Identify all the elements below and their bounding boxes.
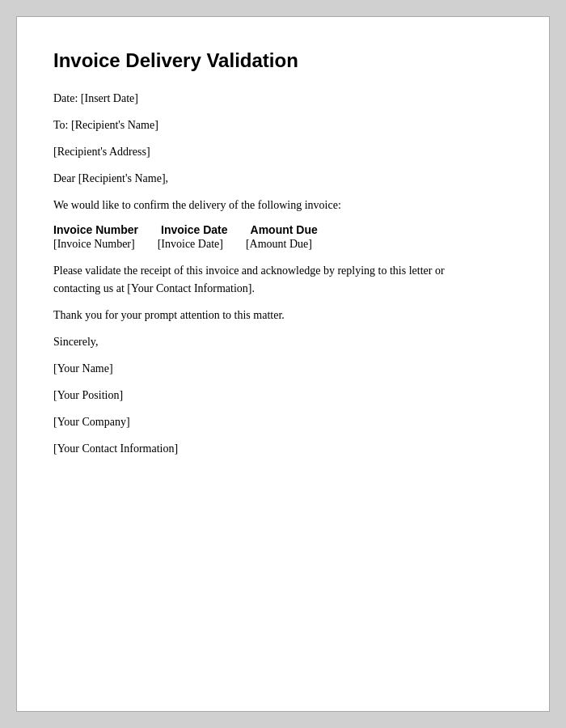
document-title: Invoice Delivery Validation (53, 49, 513, 72)
cell-amount-due: [Amount Due] (246, 238, 335, 251)
table-header-row: Invoice Number Invoice Date Amount Due (53, 223, 513, 236)
table-data-row: [Invoice Number] [Invoice Date] [Amount … (53, 238, 513, 251)
col-header-amount-due: Amount Due (251, 223, 340, 236)
address-line: [Recipient's Address] (53, 143, 513, 160)
your-contact-line: [Your Contact Information] (53, 440, 513, 457)
cell-invoice-number: [Invoice Number] (53, 238, 158, 251)
your-position-line: [Your Position] (53, 387, 513, 404)
thank-you-line: Thank you for your prompt attention to t… (53, 307, 513, 324)
your-name-line: [Your Name] (53, 360, 513, 377)
your-company-line: [Your Company] (53, 413, 513, 430)
invoice-table: Invoice Number Invoice Date Amount Due [… (53, 223, 513, 251)
document-container: Invoice Delivery Validation Date: [Inser… (16, 16, 550, 712)
sincerely-line: Sincerely, (53, 333, 513, 350)
validate-paragraph: Please validate the receipt of this invo… (53, 262, 513, 297)
col-header-invoice-date: Invoice Date (161, 223, 250, 236)
col-header-invoice-number: Invoice Number (53, 223, 161, 236)
to-line: To: [Recipient's Name] (53, 116, 513, 133)
date-line: Date: [Insert Date] (53, 90, 513, 107)
intro-line: We would like to confirm the delivery of… (53, 197, 513, 214)
dear-line: Dear [Recipient's Name], (53, 170, 513, 187)
cell-invoice-date: [Invoice Date] (158, 238, 246, 251)
